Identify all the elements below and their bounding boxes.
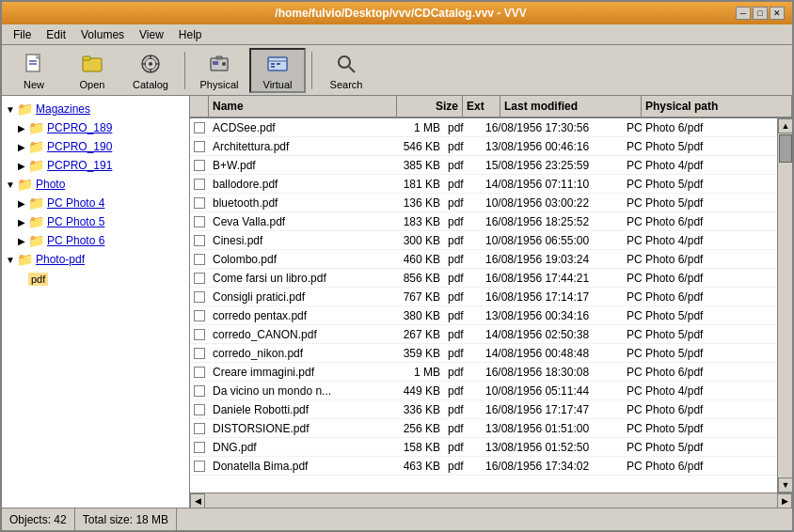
toggle-magazines[interactable]: ▼: [4, 104, 17, 115]
checkbox-input[interactable]: [194, 122, 205, 133]
sidebar-item-pcphoto6[interactable]: ▶ 📁 PC Photo 6: [2, 231, 189, 250]
menu-help[interactable]: Help: [171, 26, 210, 43]
table-row[interactable]: Cinesi.pdf 300 KB pdf 10/08/1956 06:55:0…: [190, 231, 777, 250]
table-row[interactable]: ballodore.pdf 181 KB pdf 14/08/1956 07:1…: [190, 175, 777, 194]
row-checkbox[interactable]: [190, 367, 209, 378]
table-row[interactable]: Come farsi un libro.pdf 856 KB pdf 16/08…: [190, 269, 777, 288]
checkbox-input[interactable]: [194, 291, 205, 303]
checkbox-input[interactable]: [194, 461, 205, 472]
sidebar-item-pcpro191[interactable]: ▶ 📁 PCPRO_191: [2, 156, 189, 175]
scrollbar-right-button[interactable]: ▶: [777, 493, 792, 509]
sidebar-item-pcpro189[interactable]: ▶ 📁 PCPRO_189: [2, 118, 189, 137]
maximize-button[interactable]: □: [753, 7, 768, 20]
toggle-photo[interactable]: ▼: [4, 180, 17, 190]
table-body[interactable]: ACDSee.pdf 1 MB pdf 16/08/1956 17:30:56 …: [190, 118, 777, 493]
scrollbar-down-button[interactable]: ▼: [778, 477, 792, 493]
row-checkbox[interactable]: [190, 179, 209, 190]
scrollbar-track[interactable]: [778, 133, 792, 477]
toggle-pcpro190[interactable]: ▶: [15, 142, 28, 152]
row-checkbox[interactable]: [190, 404, 209, 415]
col-header-path[interactable]: Physical path: [642, 96, 792, 117]
toolbar-physical-button[interactable]: Physical: [191, 48, 247, 93]
table-row[interactable]: corredo pentax.pdf 380 KB pdf 13/08/1956…: [190, 306, 777, 325]
table-row[interactable]: DNG.pdf 158 KB pdf 13/08/1956 01:52:50 P…: [190, 438, 777, 457]
checkbox-input[interactable]: [194, 310, 205, 321]
row-checkbox[interactable]: [190, 122, 209, 133]
checkbox-input[interactable]: [194, 442, 205, 453]
row-checkbox[interactable]: [190, 348, 209, 359]
sidebar-item-pcphoto5[interactable]: ▶ 📁 PC Photo 5: [2, 212, 189, 231]
toolbar-catalog-button[interactable]: Catalog: [122, 48, 179, 93]
table-row[interactable]: Consigli pratici.pdf 767 KB pdf 16/08/19…: [190, 288, 777, 306]
col-header-ext[interactable]: Ext: [463, 96, 500, 117]
toggle-photopdf[interactable]: ▼: [4, 255, 17, 265]
menu-file[interactable]: File: [6, 26, 39, 43]
sidebar-item-magazines[interactable]: ▼ 📁 Magazines: [2, 100, 189, 118]
menu-edit[interactable]: Edit: [39, 26, 73, 43]
menu-volumes[interactable]: Volumes: [73, 26, 132, 43]
scrollbar-thumb[interactable]: [779, 134, 792, 163]
toolbar-new-button[interactable]: New: [6, 48, 62, 93]
row-checkbox[interactable]: [190, 197, 209, 209]
row-checkbox[interactable]: [190, 273, 209, 284]
close-button[interactable]: ✕: [770, 7, 785, 20]
scrollbar-vertical[interactable]: ▲ ▼: [777, 118, 792, 493]
toolbar-search-button[interactable]: Search: [318, 48, 374, 93]
table-row[interactable]: Donatella Bima.pdf 463 KB pdf 16/08/1956…: [190, 457, 777, 476]
col-header-name[interactable]: Name: [209, 96, 397, 117]
table-row[interactable]: Ceva Valla.pdf 183 KB pdf 16/08/1956 18:…: [190, 212, 777, 231]
toggle-pcphoto4[interactable]: ▶: [15, 198, 28, 209]
table-row[interactable]: DISTORSIONE.pdf 256 KB pdf 13/08/1956 01…: [190, 419, 777, 438]
col-header-size[interactable]: Size: [397, 96, 463, 117]
table-row[interactable]: ACDSee.pdf 1 MB pdf 16/08/1956 17:30:56 …: [190, 118, 777, 137]
row-checkbox[interactable]: [190, 423, 209, 434]
checkbox-input[interactable]: [194, 423, 205, 434]
toolbar-open-button[interactable]: Open: [64, 48, 120, 93]
col-header-modified[interactable]: Last modified: [500, 96, 642, 117]
checkbox-input[interactable]: [194, 160, 205, 171]
checkbox-input[interactable]: [194, 367, 205, 378]
sidebar-item-photo[interactable]: ▼ 📁 Photo: [2, 175, 189, 194]
scrollbar-up-button[interactable]: ▲: [778, 118, 792, 133]
toggle-pcphoto5[interactable]: ▶: [15, 217, 28, 227]
table-row[interactable]: Da vicino un mondo n... 449 KB pdf 10/08…: [190, 382, 777, 400]
toggle-pcpro189[interactable]: ▶: [15, 123, 28, 133]
row-checkbox[interactable]: [190, 310, 209, 321]
sidebar-item-pcpro190[interactable]: ▶ 📁 PCPRO_190: [2, 137, 189, 156]
row-checkbox[interactable]: [190, 385, 209, 397]
row-checkbox[interactable]: [190, 329, 209, 340]
row-checkbox[interactable]: [190, 216, 209, 227]
sidebar-item-photopdf[interactable]: ▼ 📁 Photo-pdf: [2, 250, 189, 269]
table-row[interactable]: bluetooth.pdf 136 KB pdf 10/08/1956 03:0…: [190, 194, 777, 212]
sidebar-item-pdf[interactable]: ▶ pdf: [2, 269, 189, 288]
sidebar-item-pcphoto4[interactable]: ▶ 📁 PC Photo 4: [2, 194, 189, 212]
table-row[interactable]: Creare immagini.pdf 1 MB pdf 16/08/1956 …: [190, 363, 777, 382]
checkbox-input[interactable]: [194, 348, 205, 359]
toggle-pcpro191[interactable]: ▶: [15, 161, 28, 171]
table-row[interactable]: corredo_CANON.pdf 267 KB pdf 14/08/1956 …: [190, 325, 777, 344]
checkbox-input[interactable]: [194, 235, 205, 246]
checkbox-input[interactable]: [194, 216, 205, 227]
table-row[interactable]: corredo_nikon.pdf 359 KB pdf 14/08/1956 …: [190, 344, 777, 363]
checkbox-input[interactable]: [194, 385, 205, 397]
checkbox-input[interactable]: [194, 179, 205, 190]
table-row[interactable]: Colombo.pdf 460 KB pdf 16/08/1956 19:03:…: [190, 250, 777, 269]
row-checkbox[interactable]: [190, 254, 209, 265]
checkbox-input[interactable]: [194, 197, 205, 209]
row-checkbox[interactable]: [190, 160, 209, 171]
checkbox-input[interactable]: [194, 404, 205, 415]
checkbox-input[interactable]: [194, 141, 205, 152]
checkbox-input[interactable]: [194, 254, 205, 265]
toggle-pcphoto6[interactable]: ▶: [15, 236, 28, 246]
row-checkbox[interactable]: [190, 141, 209, 152]
row-checkbox[interactable]: [190, 442, 209, 453]
toolbar-virtual-button[interactable]: Virtual: [249, 48, 306, 93]
table-row[interactable]: B+W.pdf 385 KB pdf 15/08/1956 23:25:59 P…: [190, 156, 777, 175]
row-checkbox[interactable]: [190, 291, 209, 303]
checkbox-input[interactable]: [194, 329, 205, 340]
scrollbar-horizontal[interactable]: ◀ ▶: [190, 493, 792, 508]
table-row[interactable]: Daniele Robotti.pdf 336 KB pdf 16/08/195…: [190, 400, 777, 419]
checkbox-input[interactable]: [194, 273, 205, 284]
row-checkbox[interactable]: [190, 235, 209, 246]
row-checkbox[interactable]: [190, 461, 209, 472]
